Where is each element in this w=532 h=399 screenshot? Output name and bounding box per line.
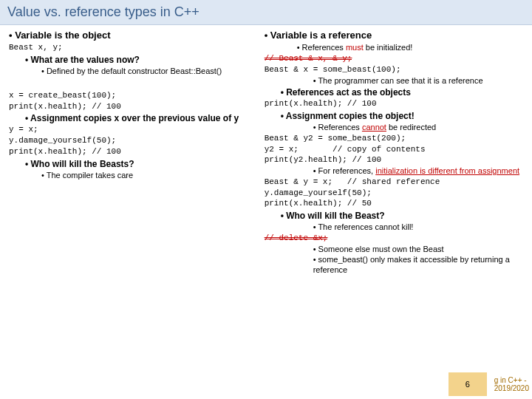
code-ref-init: Beast & x = some_beast(100); [265,65,523,75]
code-y2-decl: Beast & y2 = some_beast(200); [265,134,523,144]
init-diff-emph: initialization is different from assignm… [375,166,519,175]
must-emph: must [346,43,364,52]
code-damage-50-b: y.damage_yourself(50); [265,188,523,199]
left-heading: Variable is the object [9,30,256,41]
left-column: Variable is the object Beast x, y; What … [4,30,260,276]
code-y-eq-x: y = x; [9,125,256,135]
init-diff-assign: For references, initialization is differ… [313,166,523,177]
strike-delete: // delete &x; [265,233,328,244]
text-part: References [318,123,362,132]
someone-else-owns: Someone else must own the Beast [313,245,523,255]
refs-no-redirect: References cannot be redirected [313,123,523,133]
code-print-100-b: print(x.health); // 100 [9,147,256,157]
code-bad-decl: // Beast & x, & y; [265,54,523,64]
footer-line2: 2019/2020 [494,384,529,392]
refs-cannot-kill: The references cannot kill! [313,222,523,233]
cannot-emph: cannot [362,123,386,132]
code-damage-50-a: y.damage_yourself(50); [9,136,256,146]
code-print-50: print(x.health); // 50 [265,199,523,209]
footer-caption: g in C++ - 2019/2020 [494,376,529,392]
kill-beasts-q: Who will kill the Beasts? [25,159,256,170]
refs-act-as-objects: References act as the objects [281,87,523,98]
code-shared-ref: Beast & y = x; // shared reference [265,177,523,188]
a-default-ctor: Defined by the default constructor Beast… [41,66,256,77]
text-part: be initialized! [364,43,413,52]
footer: 6 g in C++ - 2019/2020 [449,372,529,396]
code-decl: Beast x, y; [9,43,256,53]
code-print-y2: print(y2.health); // 100 [265,155,523,166]
text-part: be redirected [386,123,436,132]
programmer-sees-ref: The programmer can see that it is a refe… [313,76,523,86]
code-delete-bad: // delete &x; [265,233,523,244]
assign-copies-heading: Assignment copies x over the previous va… [25,113,256,124]
strike-decl: // Beast & x, & y; [265,54,352,64]
code-create-beast: x = create_beast(100); [9,91,256,101]
assign-copies-object: Assignment copies the object! [281,111,523,122]
code-print-100-a: print(x.health); // 100 [9,102,256,112]
right-column: Variable is a reference References must … [260,30,528,276]
code-print-100-c: print(x.health); // 100 [265,99,523,109]
text-part: References [302,43,346,52]
right-heading: Variable is a reference [265,30,523,41]
slide-title: Value vs. reference types in C++ [0,0,532,25]
compiler-takes-care: The compiler takes care [41,171,256,181]
some-beast-note: some_beast() only makes it accessible by… [313,255,523,276]
refs-must-init: References must be initialized! [297,43,523,53]
kill-beast-q: Who will kill the Beast? [281,211,523,222]
text-part: For references, [318,166,376,175]
q-values-now: What are the values now? [25,55,256,66]
slide-number: 6 [449,372,487,396]
content-columns: Variable is the object Beast x, y; What … [0,25,532,276]
footer-line1: g in C++ - [494,376,527,384]
code-y2-assign: y2 = x; // copy of contents [265,145,523,155]
